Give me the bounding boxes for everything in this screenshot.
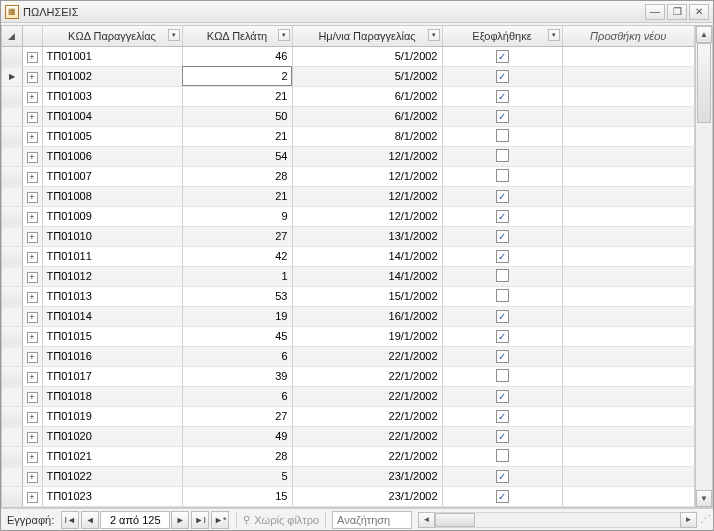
table-row[interactable]: +ΤΠ010065412/1/2002 (2, 146, 695, 166)
expand-cell[interactable]: + (22, 146, 42, 166)
hscroll-thumb[interactable] (435, 513, 475, 527)
cell-empty[interactable] (562, 226, 695, 246)
cell-customer-id[interactable]: 28 (182, 446, 292, 466)
cell-empty[interactable] (562, 186, 695, 206)
cell-order-id[interactable]: ΤΠ01004 (42, 106, 182, 126)
checkbox[interactable] (496, 90, 509, 103)
checkbox[interactable] (496, 129, 509, 142)
cell-customer-id[interactable]: 45 (182, 326, 292, 346)
plus-icon[interactable]: + (27, 72, 38, 83)
row-selector[interactable] (2, 286, 22, 306)
plus-icon[interactable]: + (27, 492, 38, 503)
cell-paid[interactable] (442, 366, 562, 386)
scroll-track[interactable] (696, 43, 712, 490)
cell-order-date[interactable]: 22/1/2002 (292, 406, 442, 426)
col-order-date[interactable]: Ημ/νια Παραγγελίας▾ (292, 26, 442, 46)
cell-customer-id[interactable]: 42 (182, 246, 292, 266)
col-customer-id[interactable]: ΚΩΔ Πελάτη▾ (182, 26, 292, 46)
row-selector[interactable] (2, 406, 22, 426)
expand-cell[interactable]: + (22, 406, 42, 426)
plus-icon[interactable]: + (27, 332, 38, 343)
cell-empty[interactable] (562, 306, 695, 326)
cell-paid[interactable] (442, 106, 562, 126)
cell-empty[interactable] (562, 286, 695, 306)
checkbox[interactable] (496, 169, 509, 182)
row-selector[interactable] (2, 206, 22, 226)
row-selector[interactable] (2, 326, 22, 346)
cell-order-date[interactable]: 5/1/2002 (292, 66, 442, 86)
cell-paid[interactable] (442, 446, 562, 466)
cell-order-date[interactable]: 6/1/2002 (292, 106, 442, 126)
expand-cell[interactable]: + (22, 386, 42, 406)
checkbox[interactable] (496, 449, 509, 462)
cell-order-date[interactable]: 14/1/2002 (292, 266, 442, 286)
cell-empty[interactable] (562, 146, 695, 166)
plus-icon[interactable]: + (27, 472, 38, 483)
expand-cell[interactable]: + (22, 466, 42, 486)
plus-icon[interactable]: + (27, 212, 38, 223)
expand-cell[interactable]: + (22, 226, 42, 246)
checkbox[interactable] (496, 470, 509, 483)
expand-cell[interactable]: + (22, 266, 42, 286)
expand-cell[interactable]: + (22, 486, 42, 506)
cell-order-date[interactable]: 23/1/2002 (292, 466, 442, 486)
expand-cell[interactable]: + (22, 46, 42, 66)
horizontal-scrollbar[interactable]: ◄ ► (418, 512, 697, 528)
plus-icon[interactable]: + (27, 292, 38, 303)
table-row[interactable]: +ΤΠ010072812/1/2002 (2, 166, 695, 186)
cell-paid[interactable] (442, 346, 562, 366)
cell-order-id[interactable]: ΤΠ01020 (42, 426, 182, 446)
cell-customer-id[interactable]: 21 (182, 126, 292, 146)
cell-order-id[interactable]: ΤΠ01022 (42, 466, 182, 486)
cell-empty[interactable] (562, 86, 695, 106)
cell-empty[interactable] (562, 266, 695, 286)
cell-customer-id[interactable]: 53 (182, 286, 292, 306)
plus-icon[interactable]: + (27, 232, 38, 243)
cell-paid[interactable] (442, 406, 562, 426)
expand-cell[interactable]: + (22, 446, 42, 466)
table-row[interactable]: +ΤΠ010141916/1/2002 (2, 306, 695, 326)
row-selector[interactable] (2, 86, 22, 106)
col-add-new[interactable]: Προσθήκη νέου (562, 26, 695, 46)
cell-customer-id[interactable]: 50 (182, 106, 292, 126)
cell-order-id[interactable]: ΤΠ01008 (42, 186, 182, 206)
cell-order-date[interactable]: 22/1/2002 (292, 386, 442, 406)
row-selector[interactable] (2, 366, 22, 386)
cell-empty[interactable] (562, 466, 695, 486)
table-row[interactable]: +ΤΠ010135315/1/2002 (2, 286, 695, 306)
cell-empty[interactable] (562, 46, 695, 66)
cell-empty[interactable] (562, 206, 695, 226)
cell-paid[interactable] (442, 386, 562, 406)
cell-order-id[interactable]: ΤΠ01017 (42, 366, 182, 386)
cell-empty[interactable] (562, 126, 695, 146)
row-selector[interactable] (2, 106, 22, 126)
col-order-id[interactable]: ΚΩΔ Παραγγελίας▾ (42, 26, 182, 46)
checkbox[interactable] (496, 250, 509, 263)
nav-last-button[interactable]: ►I (191, 511, 209, 529)
plus-icon[interactable]: + (27, 412, 38, 423)
filter-status[interactable]: ⚲Χωρίς φίλτρο (243, 514, 319, 526)
plus-icon[interactable]: + (27, 112, 38, 123)
cell-order-id[interactable]: ΤΠ01011 (42, 246, 182, 266)
cell-order-id[interactable]: ΤΠ01018 (42, 386, 182, 406)
cell-order-date[interactable]: 22/1/2002 (292, 366, 442, 386)
table-row[interactable]: +ΤΠ01022523/1/2002 (2, 466, 695, 486)
restore-button[interactable]: ❐ (667, 4, 687, 20)
cell-customer-id[interactable]: 6 (182, 346, 292, 366)
checkbox[interactable] (496, 50, 509, 63)
checkbox[interactable] (496, 149, 509, 162)
cell-order-date[interactable]: 12/1/2002 (292, 206, 442, 226)
cell-paid[interactable] (442, 206, 562, 226)
table-row[interactable]: +ΤΠ010082112/1/2002 (2, 186, 695, 206)
cell-order-date[interactable]: 6/1/2002 (292, 86, 442, 106)
cell-customer-id[interactable]: 39 (182, 366, 292, 386)
cell-empty[interactable] (562, 446, 695, 466)
cell-order-date[interactable]: 19/1/2002 (292, 326, 442, 346)
checkbox[interactable] (496, 369, 509, 382)
cell-order-date[interactable]: 12/1/2002 (292, 146, 442, 166)
cell-paid[interactable] (442, 286, 562, 306)
hscroll-right-icon[interactable]: ► (680, 512, 697, 528)
nav-prev-button[interactable]: ◄ (81, 511, 99, 529)
table-row[interactable]: +ΤΠ01009912/1/2002 (2, 206, 695, 226)
row-selector[interactable] (2, 486, 22, 506)
